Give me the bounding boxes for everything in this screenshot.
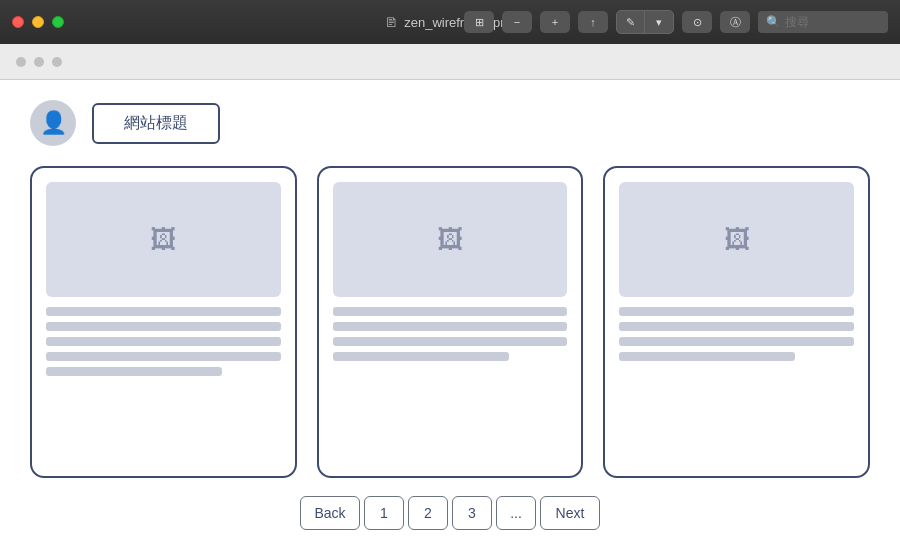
search-input[interactable] (785, 15, 880, 29)
toolbar-right: ⊞ − + ↑ ✎ ▾ ⊙ Ⓐ 🔍 (464, 10, 888, 34)
image-placeholder-icon-2: 🖼 (437, 224, 463, 255)
site-title-label: 網站標題 (124, 114, 188, 131)
file-icon: 🖹 (385, 15, 398, 30)
browser-dot-3 (52, 57, 62, 67)
card-line (333, 307, 568, 316)
card-2-image: 🖼 (333, 182, 568, 297)
card-line (333, 352, 509, 361)
back-label: Back (314, 505, 345, 521)
content-area: 👤 網站標題 🖼 🖼 (0, 80, 900, 550)
page-2-label: 2 (424, 505, 432, 521)
user-icon: 👤 (40, 110, 67, 136)
edit-icon: ✎ (626, 16, 635, 29)
edit-toolbar-group: ✎ ▾ (616, 10, 674, 34)
annotation-button[interactable]: Ⓐ (720, 11, 750, 33)
card-2: 🖼 (317, 166, 584, 478)
traffic-lights (12, 16, 64, 28)
zoom-out-icon: − (514, 16, 520, 28)
browser-chrome (0, 44, 900, 80)
action-icon: ⊙ (693, 16, 702, 29)
card-3: 🖼 (603, 166, 870, 478)
card-1-image: 🖼 (46, 182, 281, 297)
site-title-button[interactable]: 網站標題 (92, 103, 220, 144)
sidebar-icon: ⊞ (475, 16, 484, 29)
back-button[interactable]: Back (300, 496, 360, 530)
next-label: Next (556, 505, 585, 521)
avatar: 👤 (30, 100, 76, 146)
page-3-label: 3 (468, 505, 476, 521)
zoom-in-button[interactable]: + (540, 11, 570, 33)
image-placeholder-icon-3: 🖼 (724, 224, 750, 255)
card-line (46, 367, 222, 376)
card-line (46, 337, 281, 346)
zoom-out-button[interactable]: − (502, 11, 532, 33)
maximize-button[interactable] (52, 16, 64, 28)
card-line (333, 322, 568, 331)
share-icon: ↑ (590, 16, 596, 28)
card-line (333, 337, 568, 346)
card-line (619, 322, 854, 331)
card-1-lines (46, 307, 281, 376)
dropdown-icon: ▾ (656, 16, 662, 29)
browser-dot-2 (34, 57, 44, 67)
page-3-button[interactable]: 3 (452, 496, 492, 530)
search-icon: 🔍 (766, 15, 781, 29)
ellipsis-label: ... (510, 505, 522, 521)
zoom-in-icon: + (552, 16, 558, 28)
site-header: 👤 網站標題 (30, 100, 870, 146)
image-placeholder-icon-1: 🖼 (150, 224, 176, 255)
card-line (619, 352, 795, 361)
next-button[interactable]: Next (540, 496, 600, 530)
card-3-image: 🖼 (619, 182, 854, 297)
cards-row: 🖼 🖼 🖼 (30, 166, 870, 478)
page-2-button[interactable]: 2 (408, 496, 448, 530)
page-1-button[interactable]: 1 (364, 496, 404, 530)
pagination: Back 1 2 3 ... Next (300, 496, 600, 530)
close-button[interactable] (12, 16, 24, 28)
card-line (46, 352, 281, 361)
ellipsis-button[interactable]: ... (496, 496, 536, 530)
card-2-lines (333, 307, 568, 361)
action-button[interactable]: ⊙ (682, 11, 712, 33)
search-bar[interactable]: 🔍 (758, 11, 888, 33)
card-line (46, 307, 281, 316)
sidebar-toggle-button[interactable]: ⊞ (464, 11, 494, 33)
minimize-button[interactable] (32, 16, 44, 28)
card-1: 🖼 (30, 166, 297, 478)
browser-dot-1 (16, 57, 26, 67)
annotation-icon: Ⓐ (730, 15, 741, 30)
edit-dropdown-button[interactable]: ▾ (645, 11, 673, 33)
edit-button[interactable]: ✎ (617, 11, 645, 33)
page-1-label: 1 (380, 505, 388, 521)
share-button[interactable]: ↑ (578, 11, 608, 33)
card-line (619, 307, 854, 316)
card-line (46, 322, 281, 331)
card-line (619, 337, 854, 346)
title-bar: 🖹 zen_wireframe.png ⊞ − + ↑ ✎ ▾ ⊙ Ⓐ (0, 0, 900, 44)
card-3-lines (619, 307, 854, 361)
